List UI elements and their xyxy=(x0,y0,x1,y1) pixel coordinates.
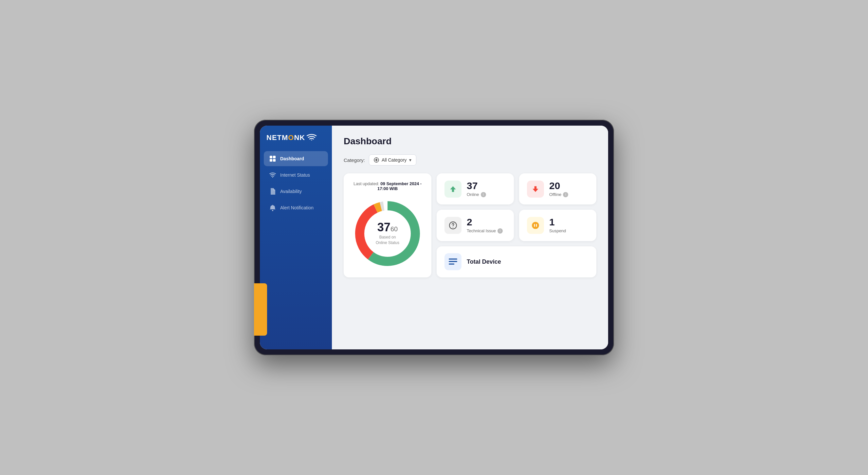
main-content: Dashboard Category: All Category ▾ xyxy=(332,126,608,349)
technical-issue-label: Technical Issue i xyxy=(467,228,503,233)
svg-rect-1 xyxy=(270,156,272,158)
sidebar-item-alert-notification-label: Alert Notification xyxy=(280,205,314,210)
arrow-up-icon xyxy=(449,185,457,193)
svg-rect-16 xyxy=(534,224,535,227)
category-label: Category: xyxy=(344,157,365,163)
menu-icon xyxy=(449,258,457,265)
logo-wifi-icon xyxy=(306,134,317,142)
online-info: 37 Online i xyxy=(467,181,486,197)
yellow-accent xyxy=(254,283,267,336)
total-device-icon-box xyxy=(444,253,462,270)
technical-issue-info: 2 Technical Issue i xyxy=(467,217,503,233)
sidebar-item-availability-label: Availability xyxy=(280,189,302,194)
technical-issue-icon-box xyxy=(444,217,462,234)
technical-issue-number: 2 xyxy=(467,217,503,227)
stat-card-technical-issue: 2 Technical Issue i xyxy=(437,210,514,241)
offline-number: 20 xyxy=(549,181,568,191)
svg-point-6 xyxy=(272,210,273,211)
suspend-icon-box xyxy=(527,217,544,234)
online-number: 37 xyxy=(467,181,486,191)
app-logo: NETMONK xyxy=(267,133,326,142)
cards-grid: Last updated: 09 September 2024 - 17:00 … xyxy=(344,173,596,277)
stat-card-offline: 20 Offline i xyxy=(519,173,596,204)
toolbar: Category: All Category ▾ xyxy=(344,154,596,165)
document-icon xyxy=(269,188,276,195)
sidebar-item-internet-status[interactable]: Internet Status xyxy=(264,167,328,183)
suspend-number: 1 xyxy=(549,217,566,227)
category-icon xyxy=(374,157,379,163)
offline-icon-box xyxy=(527,181,544,198)
svg-rect-17 xyxy=(536,224,537,227)
sidebar-item-availability[interactable]: Availability xyxy=(264,184,328,199)
wifi-icon xyxy=(269,171,276,179)
total-device-label: Total Device xyxy=(467,258,501,265)
offline-info: 20 Offline i xyxy=(549,181,568,197)
category-dropdown[interactable]: All Category ▾ xyxy=(369,154,416,165)
suspend-info: 1 Suspend xyxy=(549,217,566,233)
svg-point-0 xyxy=(311,140,312,140)
question-icon xyxy=(449,221,457,230)
online-info-icon[interactable]: i xyxy=(481,192,486,197)
sidebar-item-internet-status-label: Internet Status xyxy=(280,172,310,178)
svg-point-15 xyxy=(532,222,539,229)
suspend-label: Suspend xyxy=(549,228,566,233)
sidebar-item-dashboard-label: Dashboard xyxy=(280,156,304,161)
logo-area: NETMONK xyxy=(260,133,332,151)
stat-card-total-device: Total Device xyxy=(437,246,596,277)
donut-sub-label: Based on Online Status xyxy=(376,234,399,246)
donut-current-value: 3760 xyxy=(376,221,399,233)
online-label: Online i xyxy=(467,192,486,197)
stat-card-suspend: 1 Suspend xyxy=(519,210,596,241)
svg-rect-4 xyxy=(273,159,276,162)
pause-icon xyxy=(531,221,540,230)
svg-rect-18 xyxy=(449,259,457,260)
dropdown-arrow-icon: ▾ xyxy=(409,157,411,163)
svg-rect-3 xyxy=(270,159,272,162)
svg-rect-20 xyxy=(449,264,454,265)
offline-info-icon[interactable]: i xyxy=(563,192,568,197)
svg-point-14 xyxy=(453,227,453,228)
last-updated-text: Last updated: 09 September 2024 - 17:00 … xyxy=(351,181,424,191)
sidebar-item-dashboard[interactable]: Dashboard xyxy=(264,151,328,166)
logo-name: NETMONK xyxy=(267,133,305,142)
page-title: Dashboard xyxy=(344,136,596,147)
svg-point-5 xyxy=(272,177,273,178)
donut-chart: 3760 Based on Online Status xyxy=(351,198,424,270)
alert-icon xyxy=(269,204,276,211)
nav-menu: Dashboard Internet Status xyxy=(260,151,332,215)
donut-center: 3760 Based on Online Status xyxy=(376,221,399,246)
sidebar-item-alert-notification[interactable]: Alert Notification xyxy=(264,200,328,215)
arrow-down-icon xyxy=(531,185,540,193)
sidebar: NETMONK xyxy=(260,126,332,349)
donut-chart-card: Last updated: 09 September 2024 - 17:00 … xyxy=(344,173,431,277)
svg-rect-19 xyxy=(449,261,457,262)
dashboard-icon xyxy=(269,155,276,162)
svg-point-8 xyxy=(375,159,377,161)
offline-label: Offline i xyxy=(549,192,568,197)
technical-issue-info-icon[interactable]: i xyxy=(497,228,503,233)
online-icon-box xyxy=(444,181,462,198)
category-value: All Category xyxy=(382,157,406,163)
stat-card-online: 37 Online i xyxy=(437,173,514,204)
svg-rect-2 xyxy=(273,156,276,158)
